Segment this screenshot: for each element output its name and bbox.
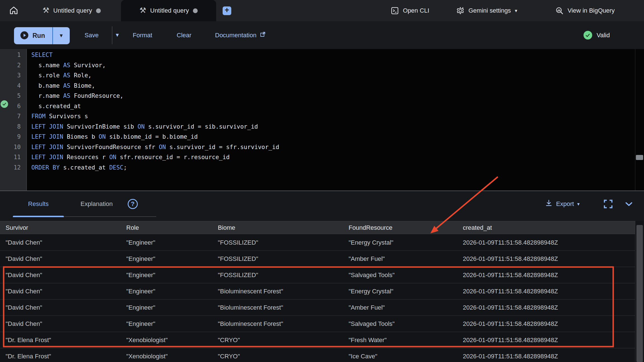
view-in-bigquery-button[interactable]: View in BigQuery: [555, 0, 615, 21]
table-row: "David Chen""Engineer""FOSSILIZED""Amber…: [0, 251, 635, 267]
sql-keyword: AS: [63, 62, 70, 69]
tab-results-label: Results: [28, 200, 48, 208]
table-cell: 2026-01-09T11:51:58.482898948Z: [463, 267, 631, 283]
active-tab-indicator: [13, 216, 64, 217]
sql-text: s.survivor_id = sfr.survivor_id: [166, 144, 279, 150]
table-cell: "David Chen": [6, 235, 123, 250]
collapse-panel-button[interactable]: [623, 198, 634, 210]
table-cell: 2026-01-09T11:51:58.482898948Z: [463, 332, 631, 348]
clear-label: Clear: [177, 32, 192, 39]
home-button[interactable]: [7, 4, 20, 17]
editor-scrollbar[interactable]: [635, 49, 644, 191]
home-icon: [9, 5, 19, 17]
sql-keyword: ON: [109, 154, 116, 161]
line-number: 1: [0, 50, 21, 60]
table-cell: "Energy Crystal": [349, 283, 460, 299]
open-cli-button[interactable]: Open CLI: [391, 0, 429, 21]
table-row: "David Chen""Engineer""FOSSILIZED""Salva…: [0, 267, 635, 283]
new-tab-button[interactable]: +: [223, 6, 231, 15]
sql-keyword: DESC: [109, 164, 123, 171]
line-number: 7: [0, 111, 21, 122]
table-cell: "David Chen": [6, 267, 123, 283]
table-cell: "Energy Crystal": [349, 235, 460, 250]
line-number: 2: [0, 60, 21, 71]
table-cell: "Dr. Elena Frost": [6, 332, 123, 348]
sql-text: Biomes b: [63, 133, 99, 140]
sql-keyword: LEFT JOIN: [31, 144, 63, 150]
view-in-bigquery-label: View in BigQuery: [568, 7, 615, 14]
table-cell: "Engineer": [126, 235, 215, 250]
export-label: Export: [556, 200, 574, 208]
table-cell: "FOSSILIZED": [218, 235, 346, 250]
sql-keyword: ON: [99, 133, 106, 140]
table-row: "David Chen""Engineer""FOSSILIZED""Energ…: [0, 235, 635, 251]
tab-explanation-label: Explanation: [81, 200, 113, 208]
sql-text: Resources r: [63, 154, 109, 161]
documentation-link[interactable]: Documentation: [215, 21, 266, 49]
table-cell: "Bioluminescent Forest": [218, 283, 346, 299]
table-cell: "David Chen": [6, 283, 123, 299]
sql-keyword: LEFT JOIN: [31, 133, 63, 140]
table-cell: "FOSSILIZED": [218, 267, 346, 283]
query-wrench-icon: ⚒: [139, 7, 146, 14]
external-link-icon: [259, 31, 266, 40]
code-line: FROM Survivors s: [31, 111, 633, 122]
table-cell: 2026-01-09T11:51:58.482898948Z: [463, 235, 631, 250]
table-cell: "Bioluminescent Forest": [218, 316, 346, 332]
results-table-header: SurvivorRoleBiomeFoundResourcecreated_at: [0, 221, 635, 234]
results-scrollbar-thumb[interactable]: [636, 225, 643, 362]
query-tab-2[interactable]: ⚒Untitled query: [121, 0, 216, 21]
sql-text: s.survivor_id = sib.survivor_id: [145, 123, 258, 130]
table-row: "David Chen""Engineer""Bioluminescent Fo…: [0, 283, 635, 300]
sql-keyword: AS: [63, 82, 70, 89]
table-cell: "Fresh Water": [349, 332, 460, 348]
clear-button[interactable]: Clear: [177, 21, 192, 49]
column-header-survivor: Survivor: [6, 221, 123, 234]
unsaved-dot-icon: [96, 8, 101, 13]
chevron-down-icon: ▼: [59, 33, 64, 39]
results-toolbar: Results Explanation ? Export ▾: [0, 191, 644, 221]
sql-editor[interactable]: 123456789101112 SELECT s.name AS Survivo…: [0, 49, 644, 191]
column-header-foundresource: FoundResource: [349, 221, 460, 234]
sql-text: Role,: [70, 72, 92, 79]
sql-text: s.created_at: [60, 164, 109, 171]
export-button[interactable]: Export ▾: [545, 191, 580, 217]
table-cell: "Dr. Elena Frost": [6, 348, 123, 362]
editor-gutter: 123456789101112: [0, 49, 27, 191]
sql-keyword: LEFT JOIN: [31, 123, 63, 130]
tab-strip-divider: [64, 216, 156, 217]
code-line: SELECT: [31, 50, 633, 60]
line-valid-icon: [1, 100, 8, 108]
sql-text: Biome,: [70, 82, 95, 89]
sql-text: s.created_at: [31, 103, 81, 110]
editor-code-lines: SELECT s.name AS Survivor, s.role AS Rol…: [31, 50, 633, 173]
bigquery-icon: [555, 6, 564, 15]
run-button[interactable]: Run: [14, 27, 52, 44]
tab-results[interactable]: Results: [13, 191, 64, 217]
format-button[interactable]: Format: [133, 21, 152, 49]
sql-text: SurvivorInBiome sib: [63, 123, 138, 130]
save-button[interactable]: Save: [85, 21, 99, 49]
table-cell: 2026-01-09T11:51:58.482898948Z: [463, 251, 631, 267]
help-icon[interactable]: ?: [128, 199, 138, 209]
run-options-button[interactable]: ▼: [53, 27, 70, 44]
sql-text: r.name: [31, 92, 63, 99]
sql-keyword: ON: [159, 144, 166, 150]
code-line: s.name AS Survivor,: [31, 60, 633, 71]
query-tab-1[interactable]: ⚒Untitled query: [22, 0, 121, 21]
gemini-settings-label: Gemini settings: [468, 7, 511, 14]
fullscreen-button[interactable]: [603, 198, 614, 210]
editor-scrollbar-thumb[interactable]: [636, 155, 643, 160]
table-cell: "David Chen": [6, 300, 123, 315]
open-cli-label: Open CLI: [403, 7, 429, 14]
line-number: 11: [0, 152, 21, 163]
table-row: "Dr. Elena Frost""Xenobiologist""CRYO""I…: [0, 348, 635, 362]
results-scrollbar[interactable]: [635, 221, 644, 362]
sql-keyword: ORDER BY: [31, 164, 60, 171]
code-line: ORDER BY s.created_at DESC;: [31, 163, 633, 173]
tab-explanation[interactable]: Explanation: [70, 191, 123, 217]
toolbar-divider: [112, 26, 112, 44]
gemini-settings-button[interactable]: Gemini settings ▾: [456, 0, 517, 21]
save-options-button[interactable]: ▼: [115, 21, 120, 49]
table-row: "Dr. Elena Frost""Xenobiologist""CRYO""F…: [0, 332, 635, 348]
